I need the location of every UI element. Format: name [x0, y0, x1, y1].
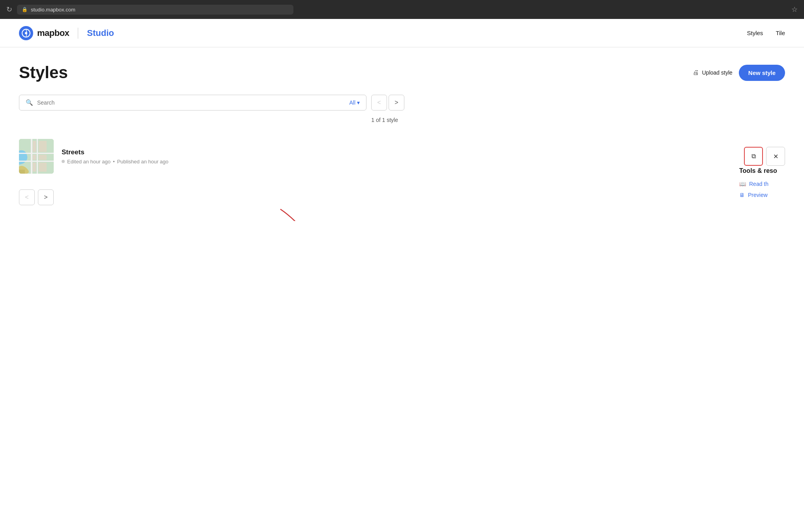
- style-name-streets: Streets: [62, 148, 736, 156]
- filter-label: All: [349, 99, 355, 106]
- top-nav: mapbox Studio Styles Tile: [0, 19, 804, 47]
- results-count: 1 of 1 style: [19, 117, 398, 123]
- next-page-button-bottom[interactable]: >: [38, 189, 54, 205]
- svg-rect-4: [31, 139, 32, 174]
- star-icon[interactable]: ☆: [791, 5, 798, 14]
- prev-page-button-top[interactable]: <: [371, 95, 387, 111]
- styles-list: Streets Edited an hour ago • Published a…: [19, 133, 785, 205]
- search-input[interactable]: [37, 99, 345, 106]
- style-meta-streets: Edited an hour ago • Published an hour a…: [62, 159, 736, 165]
- status-dot: [62, 160, 65, 163]
- svg-rect-13: [39, 163, 47, 172]
- page-title: Styles: [19, 63, 68, 82]
- page-header: Styles 🖨 Upload style New style: [19, 63, 785, 82]
- prev-page-button-bottom[interactable]: <: [19, 189, 35, 205]
- svg-rect-14: [19, 170, 25, 174]
- page-content: Styles 🖨 Upload style New style 🔍 All ▾ …: [0, 47, 804, 221]
- preview-icon: 🖥: [739, 192, 745, 198]
- refresh-icon[interactable]: ↻: [6, 5, 12, 14]
- svg-rect-5: [37, 139, 38, 174]
- filter-dropdown[interactable]: All ▾: [349, 99, 360, 106]
- upload-style-label: Upload style: [702, 69, 733, 76]
- header-actions: 🖨 Upload style New style: [693, 65, 785, 81]
- upload-icon: 🖨: [693, 69, 699, 76]
- nav-links: Styles Tile: [747, 30, 785, 36]
- svg-rect-10: [33, 163, 36, 172]
- lock-icon: 🔒: [22, 7, 28, 12]
- preview-link-text: Preview: [748, 192, 768, 198]
- svg-rect-12: [39, 155, 47, 160]
- pagination-controls-top: < >: [371, 95, 404, 111]
- meta-separator: •: [113, 159, 115, 165]
- logo-divider: [78, 28, 78, 39]
- read-link-text: Read th: [749, 181, 768, 187]
- logo-area: mapbox Studio: [19, 26, 114, 40]
- url-text: studio.mapbox.com: [31, 7, 75, 13]
- tools-panel: Tools & reso 📖 Read th 🖥 Preview: [733, 161, 804, 209]
- nav-link-tile[interactable]: Tile: [776, 30, 785, 36]
- bottom-pagination: < >: [19, 189, 785, 205]
- svg-rect-8: [33, 141, 36, 152]
- search-box: 🔍 All ▾: [19, 95, 366, 111]
- book-icon: 📖: [739, 181, 746, 187]
- address-bar: 🔒 studio.mapbox.com: [17, 5, 293, 15]
- mapbox-logo-icon: [19, 26, 33, 40]
- next-page-button-top[interactable]: >: [389, 95, 404, 111]
- search-row: 🔍 All ▾ < >: [19, 95, 785, 111]
- new-style-button[interactable]: New style: [739, 65, 785, 81]
- svg-rect-7: [19, 161, 54, 162]
- logo-text: mapbox: [37, 28, 69, 38]
- svg-rect-11: [39, 141, 47, 152]
- published-text: Published an hour ago: [117, 159, 168, 165]
- upload-style-button[interactable]: 🖨 Upload style: [693, 69, 733, 76]
- read-link[interactable]: 📖 Read th: [739, 181, 798, 187]
- style-thumbnail-streets: [19, 139, 54, 174]
- tools-title: Tools & reso: [739, 167, 798, 174]
- preview-link[interactable]: 🖥 Preview: [739, 192, 798, 198]
- search-icon: 🔍: [26, 99, 33, 106]
- browser-chrome: ↻ 🔒 studio.mapbox.com ☆: [0, 0, 804, 19]
- svg-rect-6: [19, 153, 54, 154]
- edited-text: Edited an hour ago: [67, 159, 111, 165]
- style-card-streets: Streets Edited an hour ago • Published a…: [19, 133, 785, 180]
- nav-link-styles[interactable]: Styles: [747, 30, 763, 36]
- chevron-down-icon: ▾: [357, 99, 360, 106]
- svg-rect-9: [33, 155, 36, 160]
- studio-label: Studio: [87, 28, 114, 38]
- style-info-streets: Streets Edited an hour ago • Published a…: [62, 148, 736, 165]
